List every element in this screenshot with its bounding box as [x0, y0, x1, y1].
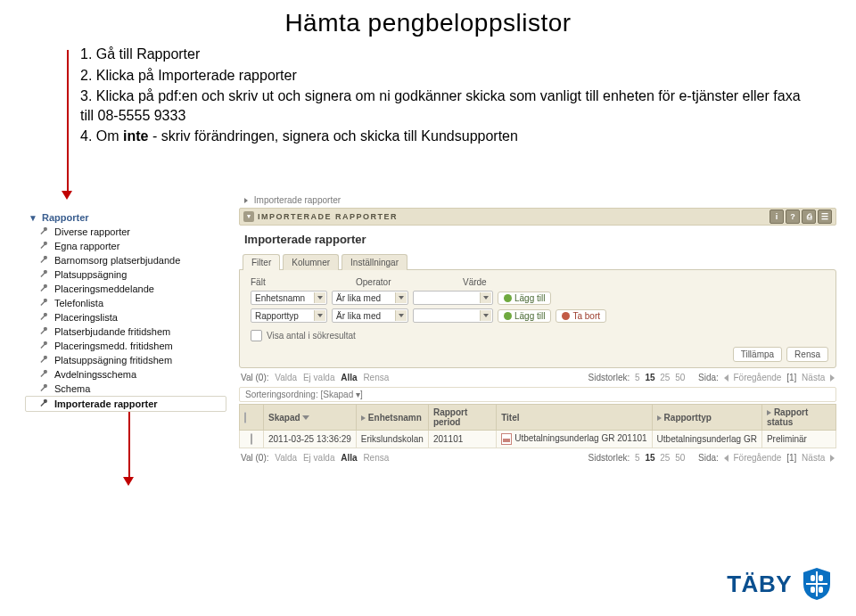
selection-ej-valda[interactable]: Ej valda	[303, 453, 335, 463]
th-skapad[interactable]: Skapad	[264, 405, 357, 431]
th-titel[interactable]: Titel	[497, 405, 652, 431]
sidebar-item-label: Avdelningsschema	[54, 369, 136, 380]
th-period[interactable]: Rapport period	[428, 405, 496, 431]
triangle-icon	[767, 410, 771, 415]
info-icon[interactable]: i	[770, 209, 784, 224]
filter-head-field: Fält	[251, 277, 320, 287]
selection-rensa[interactable]: Rensa	[363, 373, 389, 382]
field-select-1[interactable]: Enhetsnamn	[251, 291, 327, 305]
plus-icon	[504, 294, 512, 302]
settings-icon[interactable]: ☰	[818, 209, 832, 224]
page-size-5[interactable]: 5	[635, 453, 640, 463]
sidebar-item-label: Platserbjudande fritidshem	[54, 326, 170, 337]
page-next-icon[interactable]	[830, 374, 835, 382]
sidebar-item-platsuppsagning[interactable]: Platsuppsägning	[25, 267, 226, 282]
show-count-row[interactable]: Visa antal i sökresultat	[247, 326, 828, 341]
breadcrumb-triangle-icon	[244, 198, 248, 203]
selection-ej-valda[interactable]: Ej valda	[303, 373, 335, 382]
help-icon[interactable]: ?	[786, 209, 800, 224]
th-rapporttyp[interactable]: Rapporttyp	[652, 405, 761, 431]
page-next[interactable]: Nästa	[802, 453, 825, 463]
page-size-25[interactable]: 25	[660, 373, 670, 382]
table-row[interactable]: 2011-03-25 13:36:29 Erikslundskolan 2011…	[240, 431, 836, 448]
sidebar-item-placeringsmeddelande[interactable]: Placeringsmeddelande	[25, 282, 226, 296]
page-size-50[interactable]: 50	[675, 373, 685, 382]
sidebar-item-telefonlista[interactable]: Telefonlista	[25, 296, 226, 310]
add-filter-button-2[interactable]: Lägg till	[498, 309, 551, 323]
cell-rapporttyp: Utbetalningsunderlag GR	[652, 431, 761, 448]
section-collapse-icon[interactable]: ▾	[243, 211, 254, 222]
add-filter-button-1[interactable]: Lägg till	[498, 292, 551, 305]
sidebar-item-platserbjudande-fritidshem[interactable]: Platserbjudande fritidshem	[25, 324, 226, 339]
sidebar-item-label: Barnomsorg platserbjudande	[54, 255, 180, 266]
operator-select-1[interactable]: Är lika med	[332, 291, 408, 305]
row-checkbox[interactable]	[251, 433, 252, 445]
th-enhetsnamn[interactable]: Enhetsnamn	[356, 405, 428, 431]
page-size-50[interactable]: 50	[675, 453, 685, 463]
plus-icon	[504, 312, 512, 320]
section-bar-title: IMPORTERADE RAPPORTER	[258, 212, 398, 221]
sidebar-item-platsuppsagning-fritidshem[interactable]: Platsuppsägning fritidshem	[25, 353, 226, 367]
sidebar-item-barnomsorg[interactable]: Barnomsorg platserbjudande	[25, 253, 226, 267]
print-icon[interactable]: ⎙	[802, 209, 816, 224]
page-num: [1]	[786, 453, 796, 463]
sidebar-item-diverse-rapporter[interactable]: Diverse rapporter	[25, 225, 226, 239]
page-prev[interactable]: Föregående	[733, 453, 781, 463]
taby-logo: TÄBY	[727, 566, 835, 602]
sort-value: [Skapad ▾]	[321, 390, 363, 399]
clear-button[interactable]: Rensa	[786, 347, 828, 362]
tab-installningar[interactable]: Inställningar	[342, 254, 407, 270]
checkbox-icon[interactable]	[251, 330, 262, 341]
cell-titel[interactable]: Utbetalningsunderlag GR 201101	[497, 431, 652, 448]
selection-alla[interactable]: Alla	[341, 373, 357, 382]
page-prev[interactable]: Föregående	[733, 373, 781, 382]
tab-kolumner[interactable]: Kolumner	[283, 254, 339, 270]
field-select-2[interactable]: Rapporttyp	[251, 308, 327, 323]
instruction-4c: - skriv förändringen, signera och skicka…	[148, 128, 517, 144]
operator-select-1-value: Är lika med	[336, 293, 381, 303]
selection-valda[interactable]: Valda	[275, 373, 297, 382]
sidebar-item-schema[interactable]: Schema	[25, 382, 226, 396]
wrench-icon	[39, 242, 49, 251]
sidebar-item-label: Diverse rapporter	[54, 226, 130, 237]
page-next-icon[interactable]	[830, 455, 835, 462]
page-size-5[interactable]: 5	[635, 373, 640, 382]
filter-headers: Fält Operator Värde	[247, 277, 828, 287]
main-panel: Importerade rapporter ▾ IMPORTERADE RAPP…	[239, 193, 836, 465]
sort-bar[interactable]: Sorteringsordning: [Skapad ▾]	[239, 387, 836, 402]
section-bar: ▾ IMPORTERADE RAPPORTER i ? ⎙ ☰	[239, 208, 836, 226]
sidebar-item-placeringslista[interactable]: Placeringslista	[25, 310, 226, 324]
page-next[interactable]: Nästa	[802, 373, 825, 382]
operator-select-2[interactable]: Är lika med	[332, 308, 408, 323]
page-size-15[interactable]: 15	[645, 453, 654, 463]
filter-head-operator: Operator	[356, 277, 427, 287]
page-size-25[interactable]: 25	[660, 453, 670, 463]
wrench-icon	[39, 341, 49, 351]
value-select-2[interactable]	[413, 308, 493, 323]
page-size-15[interactable]: 15	[645, 373, 654, 382]
value-select-1[interactable]	[413, 291, 493, 305]
add-filter-label: Lägg till	[514, 293, 545, 303]
th-checkbox[interactable]	[240, 405, 264, 431]
page-prev-icon[interactable]	[724, 455, 728, 462]
sidebar-item-avdelningsschema[interactable]: Avdelningsschema	[25, 367, 226, 382]
minus-icon	[562, 312, 570, 320]
sidebar-item-placeringsmedd-fritidshem[interactable]: Placeringsmedd. fritidshem	[25, 339, 226, 353]
show-count-label: Visa antal i sökresultat	[267, 331, 356, 341]
selection-alla[interactable]: Alla	[341, 453, 357, 463]
page-prev-icon[interactable]	[724, 374, 728, 382]
apply-button[interactable]: Tillämpa	[733, 347, 782, 362]
sidebar-header[interactable]: ▼ Rapporter	[25, 212, 226, 225]
checkbox-icon[interactable]	[244, 412, 246, 423]
th-status[interactable]: Rapport status	[761, 405, 835, 431]
sidebar-item-label: Placeringsmedd. fritidshem	[54, 341, 173, 351]
remove-filter-button[interactable]: Ta bort	[556, 309, 606, 323]
breadcrumb-label: Importerade rapporter	[254, 195, 341, 205]
selection-valda[interactable]: Valda	[275, 453, 297, 463]
sidebar-item-importerade-rapporter[interactable]: Importerade rapporter	[25, 396, 226, 412]
selection-rensa[interactable]: Rensa	[363, 453, 389, 463]
filter-row-1: Enhetsnamn Är lika med Lägg till	[247, 291, 828, 305]
sidebar-item-egna-rapporter[interactable]: Egna rapporter	[25, 239, 226, 253]
tab-filter[interactable]: Filter	[243, 254, 280, 270]
pdf-icon	[501, 433, 512, 445]
